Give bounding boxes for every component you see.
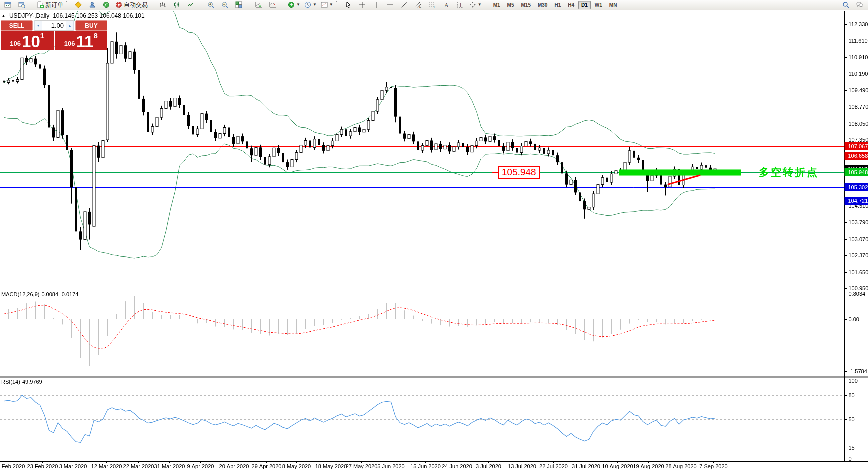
trendline-button[interactable] — [398, 0, 412, 10]
autoscroll-icon — [256, 2, 262, 8]
toolbar-group-scroll — [252, 0, 280, 10]
label-button[interactable]: T — [454, 0, 468, 10]
chevron-down-icon[interactable]: ▼ — [296, 3, 300, 7]
cursor-icon — [345, 2, 352, 8]
hline-button[interactable] — [384, 0, 398, 10]
timeframe-M15[interactable]: M15 — [518, 1, 534, 10]
text-button[interactable]: A — [440, 0, 454, 10]
timeframe-MN[interactable]: MN — [606, 1, 620, 10]
sell-price[interactable]: 106 10 1 — [1, 32, 54, 50]
trend-icon — [401, 2, 408, 8]
toolbar: 新订单自动交易▼▼▼EFAT▼M1M5M15M30H1H4D1W1MN — [0, 0, 868, 10]
indicators-button[interactable]: ▼ — [286, 0, 302, 10]
svg-text:A: A — [444, 2, 449, 9]
timeframe-H1[interactable]: H1 — [552, 1, 564, 10]
toolbar-group-order: 新订单 — [35, 0, 66, 10]
new-chart-icon — [4, 2, 12, 8]
candles-icon — [174, 2, 180, 8]
buy-price-prefix: 106 — [64, 40, 76, 48]
rsi-indicator-label: RSI(14)49.9769 — [2, 379, 44, 385]
shift-icon — [270, 2, 276, 8]
new-order-button[interactable]: 新订单 — [35, 0, 66, 10]
volume-down-icon[interactable]: ▼ — [34, 21, 42, 30]
chart-shift-button[interactable] — [266, 0, 280, 10]
collapse-panel-icon[interactable]: ▲ — [2, 14, 6, 18]
cursor-button[interactable] — [342, 0, 356, 10]
toolbar-group-services: 自动交易 — [72, 0, 150, 10]
volume-up-icon[interactable]: ▲ — [66, 21, 74, 30]
zoom-out-button[interactable] — [218, 0, 232, 10]
crosshair-icon — [359, 2, 366, 8]
volume-stepper[interactable]: ▼ 1.00 ▲ — [34, 20, 74, 31]
channel-icon: E — [415, 2, 422, 8]
sell-price-sup: 1 — [40, 32, 44, 40]
zoom-in-button[interactable] — [204, 0, 218, 10]
sell-button[interactable]: SELL — [1, 20, 33, 31]
algo-trading-button-label: 自动交易 — [124, 1, 148, 10]
community-button[interactable] — [86, 0, 100, 10]
timeframe-M5[interactable]: M5 — [504, 1, 518, 10]
macd-title: MACD(12,26,9) — [2, 292, 40, 298]
sell-price-big: 10 — [22, 34, 40, 50]
buy-price[interactable]: 106 11 8 — [55, 32, 108, 50]
algo-trading-button[interactable]: 自动交易 — [114, 0, 150, 10]
candlestick-button[interactable] — [170, 0, 184, 10]
toolbar-group-objects-main: ▼▼▼ — [286, 0, 336, 10]
periods-button[interactable]: ▼ — [302, 0, 319, 10]
timeframe-M30[interactable]: M30 — [535, 1, 550, 10]
timeframe-D1[interactable]: D1 — [578, 1, 591, 10]
timeframe-H4[interactable]: H4 — [565, 1, 578, 10]
chat-icon — [856, 2, 864, 8]
chevron-down-icon[interactable]: ▼ — [313, 3, 317, 7]
search-button[interactable] — [839, 0, 853, 10]
toolbar-grip — [151, 2, 154, 8]
chevron-down-icon[interactable]: ▼ — [478, 3, 482, 7]
hline-icon — [387, 2, 394, 8]
macd-indicator-label: MACD(12,26,9)0.0084 -0.0174 — [2, 292, 80, 298]
one-click-trading-panel: SELL ▼ 1.00 ▲ BUY 106 10 1 106 11 8 — [1, 20, 108, 50]
svg-text:T: T — [459, 2, 462, 8]
timeframe-W1[interactable]: W1 — [592, 1, 606, 10]
chevron-down-icon[interactable]: ▼ — [330, 3, 334, 7]
arrows-button[interactable]: ▼ — [468, 0, 484, 10]
turning-point-note[interactable]: 多空转折点 — [759, 166, 819, 180]
toolbar-grip — [199, 2, 202, 8]
new-order-icon — [37, 2, 44, 8]
timeframe-M1[interactable]: M1 — [490, 1, 504, 10]
vline-icon — [373, 2, 380, 8]
crosshair-button[interactable] — [356, 0, 370, 10]
symbol-ohlc: 106.145 106.253 106.048 106.101 — [53, 12, 145, 20]
chat-button[interactable] — [853, 0, 867, 10]
toolbar-right-group — [839, 0, 867, 10]
auto-scroll-button[interactable] — [252, 0, 266, 10]
price-callout-105948[interactable]: 105.948 — [492, 166, 540, 179]
textA-icon: A — [443, 2, 450, 8]
templates-button[interactable]: ▼ — [319, 0, 336, 10]
timeframe-group: M1M5M15M30H1H4D1W1MN — [490, 0, 621, 10]
toolbar-group-zoom — [204, 0, 246, 10]
toolbar-grip — [247, 2, 250, 8]
vline-button[interactable] — [370, 0, 384, 10]
toolbar-group-chart-types — [156, 0, 198, 10]
zoomin-icon — [208, 2, 214, 8]
template-icon — [321, 2, 328, 8]
tile-windows-button[interactable] — [232, 0, 246, 10]
channel-button[interactable]: E — [412, 0, 426, 10]
new-chart-button[interactable] — [1, 0, 15, 10]
toolbar-group-drawing: EFAT▼ — [342, 0, 484, 10]
signals-button[interactable] — [100, 0, 114, 10]
fibonacci-button[interactable]: F — [426, 0, 440, 10]
buy-price-sup: 8 — [94, 32, 98, 40]
svg-text:F: F — [434, 6, 436, 8]
mql5-button[interactable] — [72, 0, 86, 10]
symbol-title: USDJPY-,Daily — [10, 12, 50, 20]
mq-icon — [75, 2, 82, 8]
volume-value[interactable]: 1.00 — [42, 21, 66, 30]
toolbar-grip — [336, 2, 340, 8]
bar-chart-button[interactable] — [156, 0, 170, 10]
chart-canvas[interactable] — [0, 0, 868, 471]
buy-button[interactable]: BUY — [76, 20, 108, 31]
line-chart-button[interactable] — [184, 0, 198, 10]
profiles-button[interactable] — [15, 0, 29, 10]
fibo-icon: F — [429, 2, 436, 8]
